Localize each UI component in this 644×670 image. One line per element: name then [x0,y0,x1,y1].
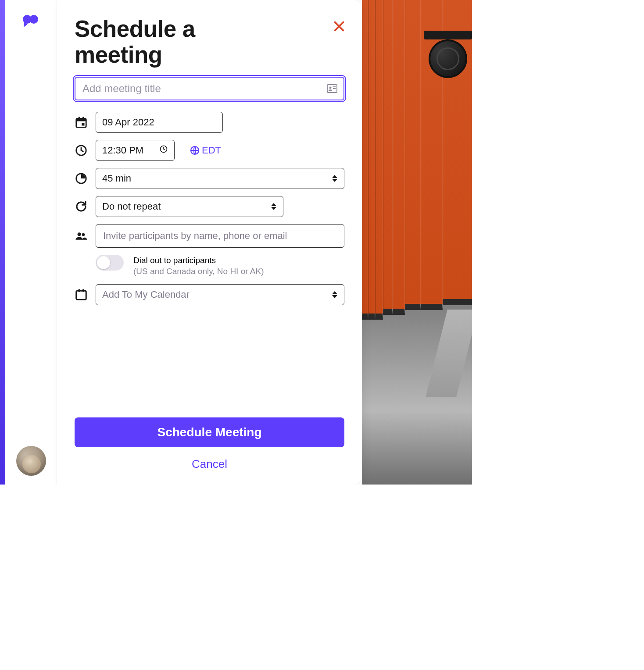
schedule-meeting-panel: Schedule a meeting 09 Apr 2022 12:30 PM [57,0,362,485]
timezone-label: EDT [202,145,221,156]
svg-rect-8 [79,117,80,119]
select-arrows-icon [332,175,338,182]
time-field[interactable]: 12:30 PM [96,140,175,161]
globe-icon [190,145,200,156]
close-button[interactable] [332,19,346,33]
select-arrows-icon [271,203,277,210]
lantern-decor [424,31,472,88]
repeat-select[interactable]: Do not repeat [96,196,283,217]
svg-rect-17 [76,291,86,299]
dialout-sublabel: (US and Canada only, No HI or AK) [133,266,264,277]
svg-rect-9 [82,117,84,119]
date-field[interactable]: 09 Apr 2022 [96,112,223,133]
select-arrows-icon [332,291,338,298]
meeting-title-field[interactable] [75,77,344,100]
participants-icon [75,229,88,242]
svg-point-1 [29,15,38,24]
duration-value: 45 min [102,173,131,184]
svg-rect-10 [82,123,84,125]
schedule-meeting-button[interactable]: Schedule Meeting [75,417,344,447]
date-value: 09 Apr 2022 [102,117,154,128]
background-photo [362,0,472,485]
svg-rect-19 [82,289,84,292]
avatar[interactable] [16,446,46,476]
meeting-title-input[interactable] [82,82,327,95]
app-logo-icon [22,14,40,27]
duration-select[interactable]: 45 min [96,168,344,189]
svg-point-16 [82,233,85,236]
repeat-value: Do not repeat [102,201,161,212]
svg-rect-7 [76,118,86,121]
invite-field[interactable] [96,224,344,248]
calendar-outline-icon [75,288,88,301]
svg-point-3 [329,86,332,89]
dialout-label-group: Dial out to participants (US and Canada … [133,255,264,277]
dialout-label: Dial out to participants [133,255,264,266]
timezone-button[interactable]: EDT [190,145,221,156]
duration-icon [75,172,88,185]
svg-rect-18 [79,289,80,292]
close-icon [332,19,346,33]
sidebar [5,0,57,485]
clock-icon [75,144,88,157]
invite-input[interactable] [102,230,338,242]
add-to-calendar-select[interactable]: Add To My Calendar [96,284,344,305]
calendar-value: Add To My Calendar [102,289,190,300]
svg-point-15 [78,232,81,236]
id-card-icon [327,84,337,93]
clock-small-icon [159,145,168,156]
repeat-icon [75,200,88,213]
cancel-button[interactable]: Cancel [75,457,344,471]
page-title: Schedule a meeting [75,16,259,68]
purple-background-strip [0,0,5,485]
calendar-icon [75,116,88,129]
dialout-toggle[interactable] [96,255,124,271]
time-value: 12:30 PM [102,145,143,156]
